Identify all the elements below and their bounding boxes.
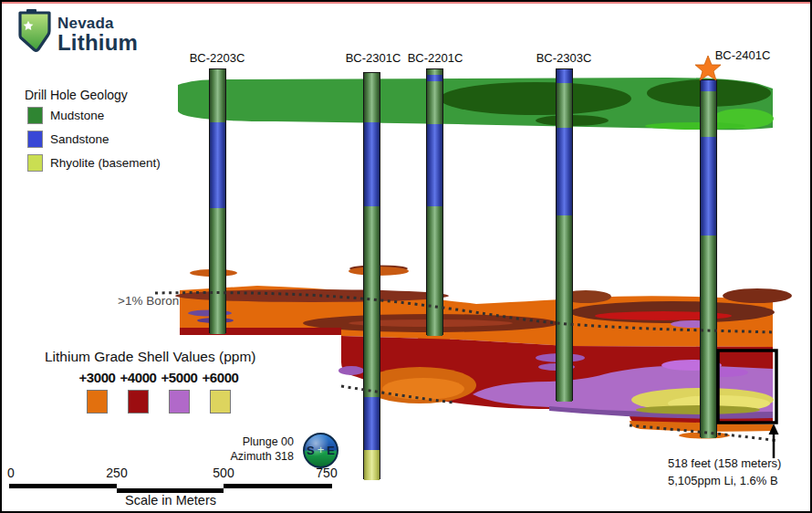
drill-hole-BC-2303C — [556, 68, 573, 401]
grade-6000-swatch — [210, 390, 231, 414]
ball-east-label: E — [327, 444, 335, 457]
hole-segment-rhyolite — [364, 450, 380, 480]
surface-elevation-line — [2, 2, 812, 4]
drill-hole-label-BC-2303C: BC-2303C — [536, 51, 592, 65]
drill-hole-label-BC-2203C: BC-2203C — [190, 51, 245, 65]
scale-tick-250: 250 — [106, 466, 127, 480]
legend-item-6000: +6000 — [200, 370, 241, 414]
drill-hole-label-BC-2201C: BC-2201C — [408, 51, 463, 65]
legend-item-sandstone: Sandstone — [27, 131, 161, 148]
geology-legend: Mudstone Sandstone Rhyolite (basement) — [27, 107, 161, 172]
rhyolite-swatch — [27, 154, 43, 172]
drill-hole-label-BC-2301C: BC-2301C — [346, 51, 401, 65]
scale-caption: Scale in Meters — [61, 493, 280, 508]
hole-segment-sandstone — [210, 122, 225, 208]
grade-3000-swatch — [87, 390, 108, 414]
orientation-text: Plunge 00 Azimuth 318 — [189, 434, 294, 464]
grade-4000-swatch — [128, 390, 149, 414]
boron-line-label: >1% Boron — [118, 294, 179, 308]
mudstone-swatch — [27, 107, 43, 124]
legend-item-rhyolite: Rhyolite (basement) — [27, 154, 161, 172]
scale-bar-segment-3 — [224, 484, 332, 488]
logo-line1: Nevada — [57, 16, 138, 31]
hole-segment-sandstone — [427, 75, 442, 81]
drill-hole-label-BC-2401C: BC-2401C — [715, 48, 771, 62]
logo-line2: Lithium — [57, 32, 138, 54]
hole-segment-sandstone — [557, 128, 572, 215]
sandstone-swatch — [27, 131, 43, 148]
hole-segment-mudstone — [701, 236, 716, 438]
interval-annotation: 518 feet (158 meters) 5,105ppm Li, 1.6% … — [668, 455, 781, 489]
annotation-arrow — [769, 424, 779, 458]
plunge-label: Plunge 00 — [189, 434, 294, 449]
azimuth-label: Azimuth 318 — [189, 449, 294, 464]
mudstone-layer — [178, 78, 774, 130]
hole-segment-sandstone — [701, 80, 716, 91]
highlight-interval-box — [718, 351, 776, 423]
nevada-lithium-logo: Nevada Lithium — [16, 9, 138, 54]
hole-segment-mudstone — [210, 208, 225, 334]
drill-hole-BC-2301C — [363, 72, 380, 479]
drill-hole-BC-2203C — [209, 68, 226, 333]
hole-segment-mudstone — [557, 83, 572, 128]
hole-segment-mudstone — [557, 215, 572, 402]
interval-length: 518 feet (158 meters) — [668, 455, 781, 472]
geology-legend-title: Drill Hole Geology — [25, 88, 128, 102]
legend-item-5000: +5000 — [159, 370, 200, 414]
geology-artwork — [2, 2, 812, 513]
drill-hole-BC-2401C — [700, 79, 717, 437]
hole-segment-mudstone — [427, 206, 442, 336]
hole-segment-mudstone — [701, 91, 716, 137]
scale-tick-0: 0 — [7, 466, 15, 480]
legend-item-4000: +4000 — [118, 370, 159, 414]
grade-5000-swatch — [169, 390, 190, 414]
hole-segment-sandstone — [701, 137, 716, 236]
scale-bar-segment-1 — [9, 484, 117, 488]
hole-segment-sandstone — [557, 69, 572, 83]
hole-segment-sandstone — [427, 124, 442, 206]
drill-hole-BC-2201C — [426, 68, 443, 335]
cross-section-figure: Nevada Lithium Drill Hole Geology Mudsto… — [0, 0, 812, 513]
hole-segment-mudstone — [364, 73, 380, 122]
interval-grade: 5,105ppm Li, 1.6% B — [668, 472, 781, 489]
boron-dotted-line — [155, 293, 774, 332]
scale-tick-750: 750 — [316, 466, 337, 480]
scale-tick-500: 500 — [213, 466, 234, 480]
annotation-artwork — [2, 2, 812, 513]
nevada-state-icon — [16, 9, 53, 53]
hole-segment-sandstone — [364, 397, 380, 450]
legend-item-mudstone: Mudstone — [27, 107, 161, 124]
ball-south-label: S — [307, 444, 315, 457]
grade-legend: +3000 +4000 +5000 +6000 — [77, 370, 241, 414]
orientation-ball-icon: S + E — [303, 433, 338, 468]
ball-center-mark: + — [318, 443, 325, 456]
hole-segment-sandstone — [364, 122, 380, 206]
legend-item-3000: +3000 — [77, 370, 118, 414]
grade-legend-title: Lithium Grade Shell Values (ppm) — [45, 349, 255, 365]
hole-segment-mudstone — [364, 206, 380, 397]
hole-segment-mudstone — [210, 69, 225, 122]
hole-segment-mudstone — [427, 81, 442, 124]
